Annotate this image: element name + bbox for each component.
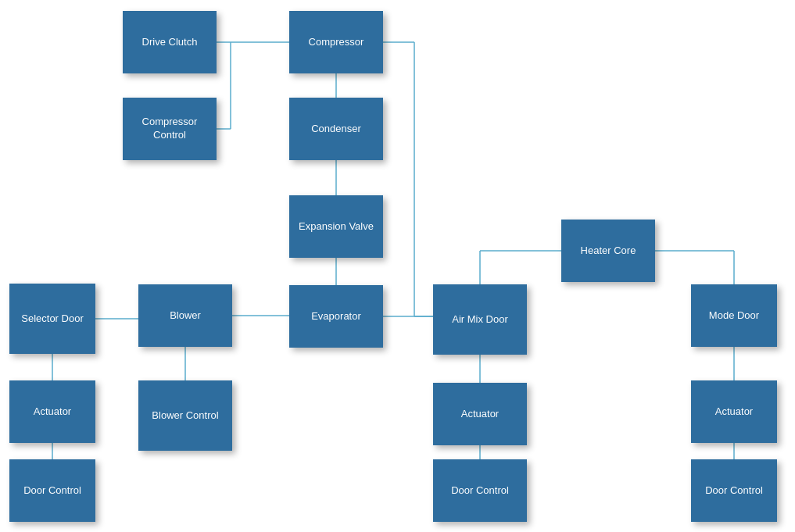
selector-door-node: Selector Door	[9, 284, 95, 354]
actuator-mid-node: Actuator	[433, 383, 527, 445]
compressor-control-node: Compressor Control	[123, 98, 217, 160]
door-control-mid-node: Door Control	[433, 459, 527, 522]
drive-clutch-node: Drive Clutch	[123, 11, 217, 73]
door-control-right-node: Door Control	[691, 459, 777, 522]
evaporator-node: Evaporator	[289, 285, 383, 348]
door-control-left-node: Door Control	[9, 459, 95, 522]
actuator-left-node: Actuator	[9, 380, 95, 443]
actuator-right-node: Actuator	[691, 380, 777, 443]
blower-control-node: Blower Control	[138, 380, 232, 451]
diagram-container: Drive Clutch Compressor Control Compress…	[0, 0, 795, 532]
mode-door-node: Mode Door	[691, 284, 777, 347]
connector-lines	[0, 0, 795, 532]
blower-node: Blower	[138, 284, 232, 347]
expansion-valve-node: Expansion Valve	[289, 195, 383, 258]
heater-core-node: Heater Core	[561, 220, 655, 282]
condenser-node: Condenser	[289, 98, 383, 160]
air-mix-door-node: Air Mix Door	[433, 284, 527, 355]
compressor-node: Compressor	[289, 11, 383, 73]
